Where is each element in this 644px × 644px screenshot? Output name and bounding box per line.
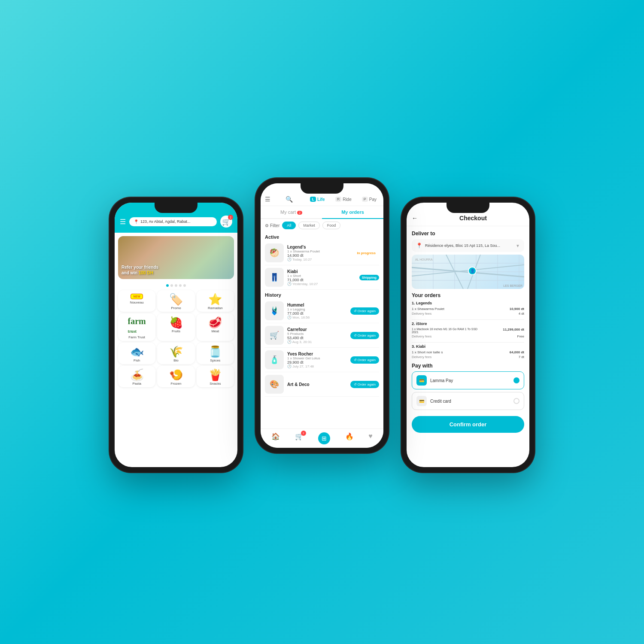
phones-container: ☰ 📍 123, Av Abtal, Agdal, Rabat... 🛒 2 R… xyxy=(64,172,580,472)
hummel-time: 🕐 Mon, 16:56 xyxy=(287,316,347,319)
filter-market[interactable]: Market xyxy=(298,222,320,229)
order-1-fee-label: Delivery fees xyxy=(412,312,431,316)
promo-icon: 🏷️ xyxy=(169,294,183,305)
menu-icon[interactable]: ☰ xyxy=(120,218,126,226)
legends-price: 14,900 dt xyxy=(287,253,350,258)
address-pin-icon: 📍 xyxy=(416,243,422,249)
pasta-icon: 🍝 xyxy=(130,369,144,380)
tab-ride[interactable]: R Ride xyxy=(333,195,354,203)
tab-my-orders[interactable]: My orders xyxy=(322,206,383,218)
confirm-order-button[interactable]: Confirm order xyxy=(412,416,524,433)
tab-pay-label: Pay xyxy=(369,197,377,202)
tab-ride-label: Ride xyxy=(343,197,352,202)
filter-button[interactable]: ⚙ Filter xyxy=(265,223,279,228)
bottom-nav-home[interactable]: 🏠 xyxy=(271,432,280,444)
new-badge: NEW xyxy=(131,294,143,299)
bottom-nav-cart[interactable]: 🛒2 xyxy=(295,432,304,444)
location-bar[interactable]: 📍 123, Av Abtal, Agdal, Rabat... xyxy=(129,217,217,226)
menu-icon-center[interactable]: ☰ xyxy=(265,196,270,203)
hummel-items: 1 x Legging xyxy=(287,307,347,311)
category-bio-label: Bio xyxy=(173,358,179,362)
cart-button[interactable]: 🛒 2 xyxy=(220,216,232,228)
category-promo[interactable]: 🏷️ Promo xyxy=(157,290,194,312)
order-2-fee-value: Free xyxy=(517,334,524,338)
credit-card-radio[interactable] xyxy=(513,398,519,404)
left-screen: ☰ 📍 123, Av Abtal, Agdal, Rabat... 🛒 2 R… xyxy=(115,203,237,467)
carrefour-price: 53,490 dt xyxy=(287,336,347,340)
hummel-name: Hummel xyxy=(287,303,347,307)
grid-icon: ⊞ xyxy=(318,432,330,444)
lamma-radio[interactable] xyxy=(513,377,519,383)
carrefour-time: 🕐 Aug 3, 20:31 xyxy=(287,340,347,344)
checkout-order-3-item: 1 x Short noir taille s 64,000 dt xyxy=(412,350,524,355)
lamma-pay-icon: 💳 xyxy=(416,375,427,386)
category-spices[interactable]: 🫙 Spices xyxy=(197,343,234,364)
bottom-nav-heart[interactable]: ♥ xyxy=(368,432,373,444)
hummel-reorder-btn[interactable]: ↺ Order again xyxy=(350,307,379,315)
category-fish-label: Fish xyxy=(134,358,140,362)
bottom-nav-grid[interactable]: ⊞ xyxy=(318,432,330,444)
kiabi-time: 🕐 Yesterday, 10:27 xyxy=(287,282,356,286)
category-pasta[interactable]: 🍝 Pasta xyxy=(118,366,155,387)
yves-thumb: 🧴 xyxy=(265,350,284,369)
bottom-nav-fire[interactable]: 🔥 xyxy=(345,432,354,444)
address-row[interactable]: 📍 Résidence elyes, Bloc 15 Apt 115, La S… xyxy=(412,239,524,252)
banner[interactable]: Refer your friendsand win 100 DH xyxy=(118,236,234,279)
pay-option-card[interactable]: 💳 Credit card xyxy=(412,392,524,410)
category-frozen[interactable]: 🍤 Frozen xyxy=(157,366,194,387)
tab-life[interactable]: L Life xyxy=(307,195,327,203)
artdeco-name: Art & Deco xyxy=(287,382,347,387)
order-3-fee-value: 7 dt xyxy=(519,355,524,359)
filter-food[interactable]: Food xyxy=(322,222,341,229)
search-icon-center[interactable]: 🔍 xyxy=(286,196,293,203)
pay-with-heading: Pay with xyxy=(412,363,524,369)
order-1-fee-value: 4 dt xyxy=(519,312,524,316)
checkout-order-2: 2. iStore 1 x Macbook 16 inches M1 16 Go… xyxy=(412,322,524,339)
map-preview: 👤 LES BERGER AL HOURRA xyxy=(412,255,524,289)
pay-option-lamma[interactable]: 💳 Lamma Pay xyxy=(412,371,524,389)
frozen-icon: 🍤 xyxy=(169,369,183,380)
category-meat-label: Meat xyxy=(211,329,219,333)
checkout-order-1-fee: Delivery fees 4 dt xyxy=(412,311,524,316)
category-snacks[interactable]: 🍟 Snacks xyxy=(197,366,234,387)
carrefour-name: Carrefour xyxy=(287,327,347,332)
carrefour-reorder-btn[interactable]: ↺ Order again xyxy=(350,332,379,339)
nav-tabs: L Life R Ride P Pay xyxy=(307,195,379,203)
category-ramadan-label: Ramadan xyxy=(208,306,223,310)
category-farm[interactable]: farmtrust Farm Trust xyxy=(118,313,155,341)
order-2-fee-label: Delivery fees xyxy=(412,334,431,338)
address-chevron-icon: ▼ xyxy=(516,243,520,248)
back-button[interactable]: ← xyxy=(412,215,418,222)
artdeco-reorder-btn[interactable]: ↺ Order again xyxy=(350,381,379,388)
order-yves-rocher: 🧴 Yves Rocher 1 x Shower Gel Lotus 29,90… xyxy=(265,348,379,372)
credit-card-label: Credit card xyxy=(430,399,510,404)
dot-4 xyxy=(179,284,182,287)
category-meat[interactable]: 🥩 Meat xyxy=(197,313,234,341)
tab-pay[interactable]: P Pay xyxy=(359,195,379,203)
carrefour-thumb: 🛒 xyxy=(265,326,284,345)
order-legends: 🥙 Legend's 1 x Shawarma Poulet 14,900 dt… xyxy=(265,241,379,265)
yves-reorder-btn[interactable]: ↺ Order again xyxy=(350,356,379,364)
pay-tab-icon: P xyxy=(362,197,368,202)
farm-icon: farmtrust xyxy=(128,317,146,334)
map-location-pin: 👤 xyxy=(468,267,477,275)
categories-grid: NEW Nouveau 🏷️ Promo ⭐ Ramadan farmtrust… xyxy=(115,289,237,389)
filter-all[interactable]: All xyxy=(282,222,296,229)
cart-nav-badge: 2 xyxy=(301,431,306,436)
filter-row: ⚙ Filter All Market Food xyxy=(261,219,383,232)
tab-my-cart[interactable]: My cart2 xyxy=(261,206,322,218)
category-fish[interactable]: 🐟 Fish xyxy=(118,343,155,364)
checkout-order-2-item: 1 x Macbook 16 inches M1 16 Go RAM 1 To … xyxy=(412,327,524,334)
dot-2 xyxy=(170,284,173,287)
category-nouveau[interactable]: NEW Nouveau xyxy=(118,290,155,312)
checkout-body: Deliver to 📍 Résidence elyes, Bloc 15 Ap… xyxy=(407,226,529,437)
category-bio[interactable]: 🌾 Bio xyxy=(157,343,194,364)
map-avatar-icon: 👤 xyxy=(470,269,475,273)
order-art-deco: 🎨 Art & Deco ↺ Order again xyxy=(265,372,379,397)
filter-icon: ⚙ xyxy=(265,223,269,228)
category-ramadan[interactable]: ⭐ Ramadan xyxy=(197,290,234,312)
dot-3 xyxy=(175,284,177,287)
category-fruits[interactable]: 🍓 Fruits xyxy=(157,313,194,341)
yves-name: Yves Rocher xyxy=(287,352,347,356)
yves-info: Yves Rocher 1 x Shower Gel Lotus 29,900 … xyxy=(287,352,347,368)
